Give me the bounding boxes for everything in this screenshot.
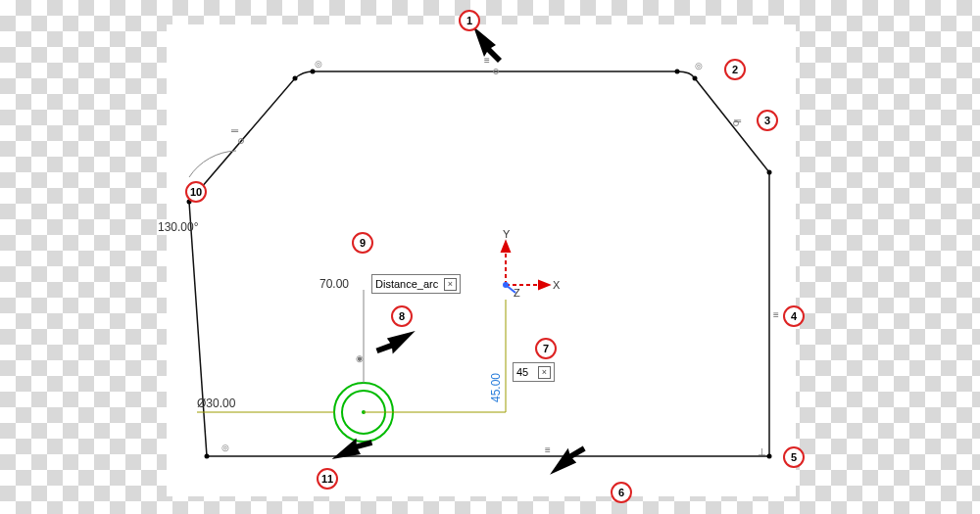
- svg-text:Y: Y: [503, 228, 511, 240]
- vertex[interactable]: [205, 454, 210, 459]
- callout-11: 11: [317, 468, 338, 490]
- callout-4: 4: [783, 305, 805, 327]
- callout-1: 1: [459, 10, 480, 31]
- vertical-constraint-icon: ≡: [773, 309, 778, 320]
- vertex[interactable]: [311, 70, 316, 74]
- tangent-constraint-icon: ◎: [221, 443, 229, 452]
- svg-text:X: X: [553, 279, 561, 291]
- dimension-name-input-box[interactable]: ×: [371, 274, 461, 294]
- callout-6: 6: [611, 482, 632, 503]
- tangent-constraint-icon: ◎: [695, 61, 703, 70]
- coincident-constraint-icon: ◉: [356, 353, 364, 363]
- origin-csys: Y X Z: [502, 228, 561, 299]
- svg-marker-1: [502, 242, 510, 252]
- vertex[interactable]: [293, 76, 298, 81]
- dimension-value-input[interactable]: [516, 365, 536, 379]
- perpendicular-constraint-icon: ⊥: [758, 446, 765, 457]
- sketch-canvas[interactable]: 130.00° Ø30.00 70.00 Y X Z 45.00: [167, 24, 796, 496]
- horizontal-constraint-icon: ≡: [545, 444, 550, 455]
- angle-dimension-text: 130.00°: [158, 220, 199, 234]
- callout-10: 10: [185, 181, 207, 203]
- callout-2: 2: [724, 59, 746, 80]
- dim-45-text: 45.00: [489, 373, 503, 402]
- tangent-constraint-icon: ◎: [315, 59, 322, 69]
- equal-constraint-icon: ═: [734, 116, 740, 126]
- equal-constraint-icon: ═: [231, 125, 237, 136]
- clear-value-icon[interactable]: ×: [538, 366, 551, 379]
- svg-marker-3: [539, 281, 549, 289]
- dimension-value-input-box[interactable]: ×: [513, 362, 555, 382]
- callout-5: 5: [783, 446, 805, 468]
- profile-outline: [189, 71, 769, 456]
- callout-3: 3: [757, 110, 778, 131]
- sketch-svg: 130.00° Ø30.00 70.00 Y X Z: [168, 25, 795, 495]
- vertex[interactable]: [675, 70, 680, 74]
- clear-name-icon[interactable]: ×: [444, 278, 457, 291]
- vertex[interactable]: [693, 76, 698, 81]
- vertex[interactable]: [767, 454, 772, 459]
- dimension-name-input[interactable]: [375, 277, 442, 291]
- dim-70-text: 70.00: [319, 277, 349, 291]
- callout-9: 9: [352, 232, 373, 254]
- callout-7: 7: [535, 338, 557, 359]
- dia-dimension-text: Ø30.00: [197, 397, 236, 410]
- callout-8: 8: [391, 305, 413, 327]
- vertex[interactable]: [767, 170, 772, 175]
